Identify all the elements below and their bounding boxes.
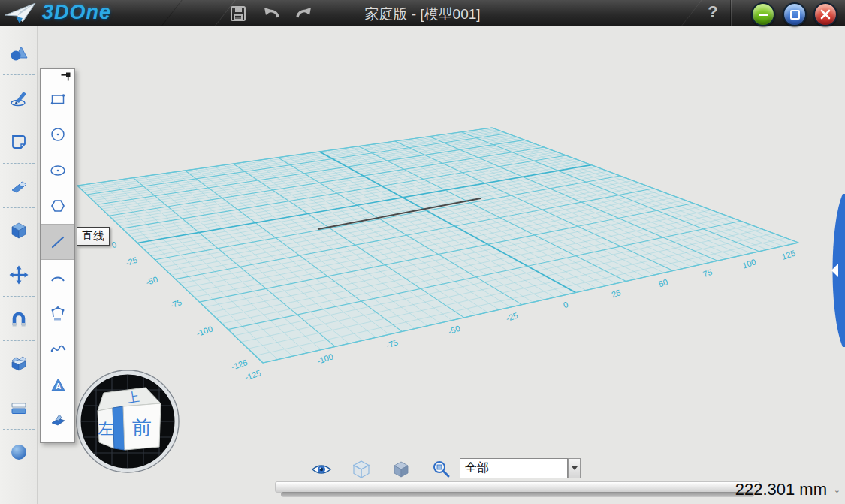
grid-axis-label: -75 — [169, 297, 183, 310]
tool-polyline[interactable] — [41, 295, 74, 331]
close-button[interactable] — [813, 2, 837, 26]
measurement-readout: 222.301 mm — [735, 480, 827, 499]
sidebar-item-special-edit[interactable] — [0, 164, 38, 208]
circle-tool-icon — [49, 125, 67, 143]
combine-box-icon — [9, 354, 29, 373]
sketch-pencil-icon — [9, 88, 29, 107]
navigation-cube[interactable]: 上 左 前 — [74, 367, 182, 475]
grid-axis-label: -75 — [385, 337, 400, 350]
titlebar-separator — [731, 0, 732, 26]
tool-polygon[interactable] — [41, 189, 74, 225]
zoom-button[interactable] — [430, 460, 451, 479]
grid-axis-label: -100 — [316, 352, 335, 366]
zoom-magnifier-icon — [431, 460, 451, 479]
tool-reference-geometry[interactable] — [41, 403, 74, 439]
grid-axis-label: -50 — [447, 324, 461, 337]
navcube-cube[interactable]: 上 左 前 — [98, 388, 161, 450]
sketch-tools-flyout: A — [40, 68, 75, 443]
magnet-icon — [9, 309, 29, 329]
tool-spline[interactable] — [41, 331, 74, 367]
wireframe-cube-icon — [352, 460, 371, 479]
display-toolbar — [311, 458, 451, 481]
main-toolbar — [0, 26, 38, 504]
navcube-face-front[interactable]: 前 — [132, 416, 152, 439]
text-tool-icon: A — [49, 376, 67, 394]
special-edit-icon — [9, 177, 29, 196]
tool-line[interactable] — [41, 224, 74, 260]
maximize-button[interactable] — [783, 2, 807, 26]
navcube-face-top[interactable]: 上 — [125, 390, 140, 406]
sidebar-item-surface[interactable] — [0, 119, 38, 164]
sidebar-item-constraints[interactable] — [0, 297, 38, 341]
grid-axis-label: -100 — [195, 324, 214, 339]
selection-filter-dropdown[interactable]: 全部 — [460, 458, 568, 478]
feature-cube-icon — [9, 221, 29, 240]
grid-axis-label: 50 — [657, 277, 668, 288]
grid-axis-label: -25 — [505, 311, 519, 324]
surface-sheet-icon — [9, 132, 29, 152]
minimize-icon — [759, 14, 768, 16]
grid-axis-label: 75 — [702, 267, 713, 279]
sidebar-item-primitives[interactable] — [0, 31, 38, 75]
right-panel-flyout[interactable] — [825, 194, 845, 347]
tooltip-line: 直线 — [77, 227, 110, 246]
primitive-solids-icon — [9, 44, 29, 63]
render-sphere-icon — [9, 442, 29, 462]
docked-panel-bar[interactable] — [275, 481, 760, 493]
sidebar-item-combine[interactable] — [0, 341, 38, 385]
filter-dropdown-arrow[interactable] — [568, 458, 581, 478]
visibility-button[interactable] — [311, 460, 332, 479]
grid-axis-label: -25 — [125, 255, 139, 268]
sidebar-item-move[interactable] — [0, 252, 38, 297]
grid-axis-label: -125 — [243, 368, 262, 382]
tool-ellipse[interactable] — [41, 152, 74, 189]
grid-axis-label: 125 — [780, 249, 796, 261]
help-button[interactable]: ? — [705, 2, 721, 22]
grid-axis-label: -50 — [145, 275, 159, 288]
docked-panel-shadow — [281, 492, 754, 497]
line-tool-icon — [49, 233, 67, 251]
move-arrows-icon — [9, 265, 29, 285]
title-bar: 3DOne — [0, 0, 845, 26]
grid-axis-label: 25 — [610, 288, 621, 299]
sidebar-item-measure[interactable] — [0, 385, 38, 430]
spline-tool-icon — [49, 340, 67, 358]
sidebar-item-sketch[interactable] — [0, 75, 38, 119]
tool-circle[interactable] — [41, 117, 74, 153]
units-expand-icon[interactable]: ⌄ — [834, 487, 840, 493]
tool-text[interactable]: A — [41, 367, 74, 403]
grid-axis-label: 100 — [741, 257, 757, 270]
sidebar-item-features[interactable] — [0, 208, 38, 252]
grid-axis-label: 0 — [562, 300, 569, 309]
polygon-tool-icon — [49, 197, 67, 215]
visibility-eye-icon — [311, 461, 332, 478]
wireframe-display-button[interactable] — [351, 460, 372, 479]
reference-geometry-tool-icon — [49, 411, 67, 429]
measure-bars-icon — [9, 398, 29, 418]
arc-tool-icon — [49, 268, 67, 286]
ellipse-tool-icon — [49, 161, 67, 180]
maximize-icon — [790, 10, 800, 20]
svg-text:A: A — [55, 382, 60, 390]
shaded-cube-icon — [391, 460, 411, 479]
pin-icon[interactable] — [60, 71, 72, 82]
navcube-face-left[interactable]: 左 — [98, 420, 114, 437]
grid-axis-label: 0 — [110, 240, 118, 249]
polyline-tool-icon — [49, 304, 67, 322]
grid-axis-label: -125 — [230, 358, 249, 372]
sidebar-item-render[interactable] — [0, 430, 38, 474]
rectangle-tool-icon — [49, 90, 67, 108]
tool-arc[interactable] — [41, 260, 74, 296]
shaded-display-button[interactable] — [391, 460, 412, 479]
minimize-button[interactable] — [751, 2, 775, 26]
tool-rectangle[interactable] — [41, 81, 74, 117]
close-icon — [820, 9, 831, 20]
